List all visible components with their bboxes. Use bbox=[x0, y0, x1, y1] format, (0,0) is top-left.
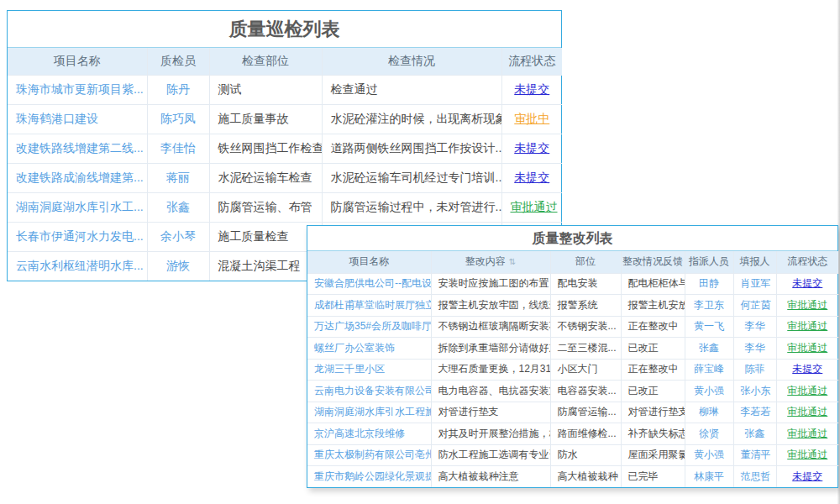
reporter-name-link[interactable]: 张小东 bbox=[733, 381, 776, 402]
column-header-label: 指派人员 bbox=[689, 255, 729, 267]
flow-status-link[interactable]: 未提交 bbox=[501, 134, 562, 163]
inspection-table-title: 质量巡检列表 bbox=[8, 11, 561, 48]
reporter-name-link[interactable]: 何芷茵 bbox=[733, 295, 776, 317]
flow-status-link[interactable]: 审批中 bbox=[501, 104, 562, 134]
rectification-table-body: 安徽合肥供电公司--配电设备...安装时应按施工图的布置，将...配电安装配电柜… bbox=[307, 273, 838, 487]
col-rectify-content[interactable]: 整改内容⇅ bbox=[431, 251, 550, 273]
flow-status-link[interactable]: 未提交 bbox=[501, 75, 562, 104]
rectify-content-text: 电力电容器、电抗器安装方案... bbox=[431, 381, 550, 402]
rectification-table-header: 项目名称整改内容⇅部位整改情况反馈指派人员填报人流程状态 bbox=[307, 251, 838, 273]
part-text: 防水 bbox=[550, 444, 621, 466]
reporter-name-link[interactable]: 李华 bbox=[733, 338, 776, 360]
col-inspect-situation: 检查情况 bbox=[322, 48, 501, 75]
inspect-situation-text: 水泥砼灌注的时候，出现离析现象 bbox=[322, 104, 501, 134]
flow-status-link[interactable]: 未提交 bbox=[776, 273, 838, 295]
project-name-link[interactable]: 重庆太极制药有限公司亳州中... bbox=[307, 444, 431, 466]
flow-status-link[interactable]: 审批通过 bbox=[501, 192, 562, 222]
flow-status-link[interactable]: 审批通过 bbox=[776, 423, 838, 445]
inspector-name-link[interactable]: 游恢 bbox=[147, 251, 209, 281]
project-name-link[interactable]: 京沪高速北京段维修 bbox=[307, 423, 431, 445]
flow-status-link[interactable]: 未提交 bbox=[501, 163, 562, 192]
rectify-feedback-text: 已完毕 bbox=[621, 466, 685, 488]
sort-icon[interactable]: ⇅ bbox=[509, 257, 516, 266]
col-assignee: 指派人员 bbox=[685, 251, 733, 273]
project-name-link[interactable]: 重庆市鹅岭公园绿化景观提升... bbox=[307, 466, 431, 488]
project-name-link[interactable]: 珠海市城市更新项目紫... bbox=[8, 75, 147, 104]
rectify-feedback-text: 已改正 bbox=[621, 381, 685, 402]
assignee-name-link[interactable]: 林康平 bbox=[685, 466, 733, 488]
flow-status-link[interactable]: 审批通过 bbox=[776, 316, 838, 338]
flow-status-link[interactable]: 审批通过 bbox=[776, 338, 838, 360]
assignee-name-link[interactable]: 黄小强 bbox=[685, 444, 733, 466]
column-header-label: 流程状态 bbox=[787, 255, 827, 267]
col-flow-status: 流程状态 bbox=[501, 48, 562, 75]
project-name-link[interactable]: 云南电力设备安装有限公司20... bbox=[307, 381, 431, 402]
flow-status-link[interactable]: 审批通过 bbox=[776, 402, 838, 423]
project-name-link[interactable]: 云南水利枢纽潜明水库... bbox=[8, 251, 147, 281]
project-name-link[interactable]: 湖南洞庭湖水库引水工程施工标 bbox=[307, 402, 431, 423]
rectify-content-text: 拆除到承重墙部分请做好加固... bbox=[431, 338, 550, 360]
assignee-name-link[interactable]: 张鑫 bbox=[685, 338, 733, 360]
rectification-table-card: 质量整改列表 项目名称整改内容⇅部位整改情况反馈指派人员填报人流程状态 安徽合肥… bbox=[307, 225, 838, 488]
table-row: 湖南洞庭湖水库引水工程施工标对管进行垫支防腐管运输...对管进行垫支柳琳李若若审… bbox=[307, 402, 838, 423]
column-header-label: 部位 bbox=[575, 255, 596, 267]
flow-status-link[interactable]: 审批通过 bbox=[776, 444, 838, 466]
inspector-name-link[interactable]: 李佳怡 bbox=[147, 134, 209, 163]
part-text: 高大植被栽种 bbox=[550, 466, 621, 488]
col-project-name: 项目名称 bbox=[307, 251, 431, 273]
flow-status-link[interactable]: 未提交 bbox=[776, 466, 838, 488]
inspector-name-link[interactable]: 余小琴 bbox=[147, 222, 209, 251]
table-row: 湖南洞庭湖水库引水工...张鑫防腐管运输、布管防腐管运输过程中，未对管进行...… bbox=[8, 192, 562, 222]
flow-status-link[interactable]: 未提交 bbox=[776, 359, 838, 381]
reporter-name-link[interactable]: 董清平 bbox=[733, 444, 776, 466]
table-row: 改建铁路线增建第二线...李佳怡铁丝网围挡工作检查道路两侧铁丝网围挡工作按设计.… bbox=[8, 134, 562, 163]
rectification-table-title: 质量整改列表 bbox=[307, 226, 837, 251]
reporter-name-link[interactable]: 李华 bbox=[733, 316, 776, 338]
rectify-content-text: 安装时应按施工图的布置，将... bbox=[431, 273, 550, 295]
assignee-name-link[interactable]: 徐贤 bbox=[685, 423, 733, 445]
project-name-link[interactable]: 万达广场35#会所及咖啡厅空... bbox=[307, 316, 431, 338]
project-name-link[interactable]: 龙湖三千里小区 bbox=[307, 359, 431, 381]
reporter-name-link[interactable]: 李若若 bbox=[733, 402, 776, 423]
col-rectify-feedback: 整改情况反馈 bbox=[621, 251, 685, 273]
project-name-link[interactable]: 珠海鹤港口建设 bbox=[8, 104, 147, 134]
project-name-link[interactable]: 改建铁路成渝线增建第... bbox=[8, 163, 147, 192]
column-header-label: 流程状态 bbox=[508, 54, 555, 67]
table-row: 万达广场35#会所及咖啡厅空...不锈钢边框玻璃隔断安装不牢...不锈钢安装..… bbox=[307, 316, 838, 338]
project-name-link[interactable]: 湖南洞庭湖水库引水工... bbox=[8, 192, 147, 222]
column-header-label: 填报人 bbox=[740, 255, 770, 267]
inspect-situation-text: 检查通过 bbox=[322, 75, 501, 104]
table-row: 螺丝厂办公室装饰拆除到承重墙部分请做好加固...二至三楼混...已改正张鑫李华审… bbox=[307, 338, 838, 360]
reporter-name-link[interactable]: 范思哲 bbox=[733, 466, 776, 488]
assignee-name-link[interactable]: 李卫东 bbox=[685, 295, 733, 317]
part-text: 不锈钢安装... bbox=[550, 316, 621, 338]
inspect-part-text: 防腐管运输、布管 bbox=[209, 192, 322, 222]
inspector-name-link[interactable]: 张鑫 bbox=[147, 192, 209, 222]
inspector-name-link[interactable]: 陈丹 bbox=[147, 75, 209, 104]
assignee-name-link[interactable]: 黄小强 bbox=[685, 381, 733, 402]
project-name-link[interactable]: 改建铁路线增建第二线... bbox=[8, 134, 147, 163]
assignee-name-link[interactable]: 柳琳 bbox=[685, 402, 733, 423]
rectification-table: 项目名称整改内容⇅部位整改情况反馈指派人员填报人流程状态 安徽合肥供电公司--配… bbox=[307, 251, 838, 487]
inspector-name-link[interactable]: 蒋丽 bbox=[147, 163, 209, 192]
project-name-link[interactable]: 安徽合肥供电公司--配电设备... bbox=[307, 273, 431, 295]
rectify-content-text: 对其及时开展整治措施，桥头... bbox=[431, 423, 550, 445]
column-header-label: 质检员 bbox=[160, 54, 196, 67]
part-text: 小区大门 bbox=[550, 359, 621, 381]
rectify-feedback-text: 配电柜柜体与... bbox=[621, 273, 685, 295]
column-header-label: 项目名称 bbox=[349, 255, 389, 267]
assignee-name-link[interactable]: 薛宝峰 bbox=[685, 359, 733, 381]
assignee-name-link[interactable]: 田静 bbox=[685, 273, 733, 295]
project-name-link[interactable]: 长春市伊通河水力发电... bbox=[8, 222, 147, 251]
assignee-name-link[interactable]: 黄一飞 bbox=[685, 316, 733, 338]
project-name-link[interactable]: 螺丝厂办公室装饰 bbox=[307, 338, 431, 360]
reporter-name-link[interactable]: 张鑫 bbox=[733, 423, 776, 445]
project-name-link[interactable]: 成都杜甫草堂临时展厅独立展... bbox=[307, 295, 431, 317]
flow-status-link[interactable]: 审批通过 bbox=[776, 295, 838, 317]
inspector-name-link[interactable]: 陈巧凤 bbox=[147, 104, 209, 134]
reporter-name-link[interactable]: 肖亚军 bbox=[733, 273, 776, 295]
table-row: 珠海鹤港口建设陈巧凤施工质量事故水泥砼灌注的时候，出现离析现象审批中 bbox=[8, 104, 562, 134]
table-row: 重庆市鹅岭公园绿化景观提升...高大植被栽种注意高大植被栽种已完毕林康平范思哲未… bbox=[307, 466, 838, 488]
flow-status-link[interactable]: 审批通过 bbox=[776, 381, 838, 402]
reporter-name-link[interactable]: 陈菲 bbox=[733, 359, 776, 381]
